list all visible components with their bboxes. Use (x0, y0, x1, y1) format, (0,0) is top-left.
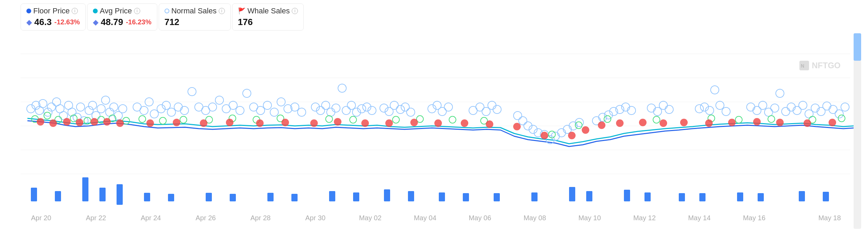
legend-whale-sales: 🚩 Whale Sales i 176 (232, 3, 304, 31)
avg-price-value: 48.79 (101, 17, 123, 27)
svg-point-140 (659, 101, 667, 109)
svg-point-83 (243, 89, 251, 97)
svg-point-200 (103, 118, 111, 126)
svg-point-149 (753, 106, 761, 115)
svg-text:May 14: May 14 (688, 214, 711, 222)
avg-price-info-icon[interactable]: i (134, 8, 140, 14)
svg-point-206 (256, 119, 264, 127)
svg-point-115 (476, 103, 484, 111)
svg-point-118 (493, 105, 501, 114)
svg-point-152 (771, 104, 779, 112)
svg-text:May 18: May 18 (818, 214, 841, 222)
svg-point-211 (385, 119, 393, 127)
svg-point-201 (116, 119, 124, 127)
legend-floor-price: Floor Price i ◆ 46.3 -12.63% (21, 3, 86, 31)
svg-text:Apr 24: Apr 24 (141, 214, 161, 222)
svg-point-97 (338, 84, 346, 92)
svg-rect-40 (758, 193, 764, 201)
svg-rect-30 (463, 193, 469, 201)
avg-price-change: -16.23% (126, 18, 152, 26)
svg-point-108 (401, 103, 409, 111)
svg-point-203 (173, 119, 180, 126)
svg-point-145 (711, 86, 719, 94)
svg-point-112 (438, 107, 446, 116)
avg-price-dot (93, 9, 98, 13)
svg-rect-42 (823, 192, 829, 201)
svg-text:Apr 26: Apr 26 (196, 214, 216, 222)
svg-point-81 (229, 101, 237, 109)
svg-point-119 (514, 111, 522, 120)
svg-point-223 (660, 119, 667, 127)
svg-point-98 (342, 106, 350, 115)
svg-point-221 (616, 119, 624, 127)
svg-point-69 (150, 110, 158, 118)
svg-point-79 (215, 96, 224, 104)
svg-rect-15 (55, 191, 61, 201)
floor-eth-icon: ◆ (26, 18, 32, 26)
whale-sales-info-icon[interactable]: i (292, 8, 298, 14)
svg-point-73 (174, 103, 182, 111)
floor-price-dot (26, 9, 31, 13)
svg-point-173 (139, 116, 146, 122)
svg-point-137 (627, 106, 636, 115)
svg-text:Apr 30: Apr 30 (305, 214, 326, 222)
whale-sales-value: 176 (238, 17, 253, 27)
svg-rect-27 (384, 189, 390, 201)
svg-point-207 (281, 119, 289, 126)
svg-text:May 06: May 06 (469, 214, 491, 222)
svg-rect-31 (494, 193, 500, 201)
svg-point-159 (811, 104, 819, 112)
svg-point-181 (350, 116, 357, 123)
svg-point-148 (747, 103, 755, 111)
svg-point-195 (37, 118, 44, 126)
svg-point-155 (787, 103, 795, 111)
main-chart-svg: 75 65 55 45 35 25 (21, 33, 860, 229)
svg-point-106 (390, 101, 398, 109)
svg-point-99 (347, 101, 355, 109)
svg-point-87 (270, 108, 278, 116)
svg-point-220 (598, 121, 605, 129)
svg-rect-22 (230, 194, 236, 201)
svg-rect-39 (737, 192, 743, 201)
whale-sales-label: Whale Sales (248, 7, 290, 15)
svg-point-184 (449, 116, 456, 123)
svg-point-55 (76, 103, 85, 111)
svg-point-75 (188, 87, 196, 96)
svg-point-153 (776, 89, 784, 97)
svg-point-216 (513, 123, 521, 130)
svg-rect-41 (799, 191, 805, 201)
svg-rect-37 (679, 193, 685, 201)
floor-price-label: Floor Price (33, 7, 70, 15)
svg-point-67 (140, 106, 148, 115)
legend-normal-sales: Normal Sales i 712 (159, 3, 231, 31)
svg-point-60 (97, 105, 105, 113)
avg-eth-icon: ◆ (93, 18, 98, 26)
floor-price-info-icon[interactable]: i (72, 8, 78, 14)
avg-price-label: Avg Price (100, 7, 132, 15)
normal-sales-info-icon[interactable]: i (219, 8, 225, 14)
svg-text:May 10: May 10 (578, 214, 601, 222)
svg-point-189 (653, 116, 660, 123)
svg-point-197 (63, 118, 71, 126)
svg-point-162 (829, 105, 837, 114)
svg-point-224 (680, 119, 688, 126)
chart-container: Floor Price i ◆ 46.3 -12.63% Avg Price i… (0, 0, 868, 247)
svg-point-175 (180, 116, 187, 123)
svg-point-151 (764, 108, 773, 116)
svg-point-120 (519, 117, 527, 125)
svg-rect-32 (531, 192, 538, 201)
whale-flag-icon: 🚩 (238, 7, 245, 15)
svg-point-230 (829, 119, 836, 126)
svg-point-107 (396, 105, 405, 114)
svg-point-209 (334, 118, 341, 126)
normal-sales-label: Normal Sales (171, 7, 217, 15)
svg-point-63 (110, 103, 118, 111)
svg-rect-17 (99, 188, 106, 201)
svg-rect-38 (699, 193, 706, 201)
svg-point-196 (49, 119, 57, 127)
svg-rect-33 (569, 187, 575, 201)
legend-avg-price: Avg Price i ◆ 48.79 -16.23% (87, 3, 157, 31)
svg-point-174 (159, 117, 166, 124)
svg-point-218 (568, 132, 576, 139)
svg-point-95 (327, 108, 335, 116)
